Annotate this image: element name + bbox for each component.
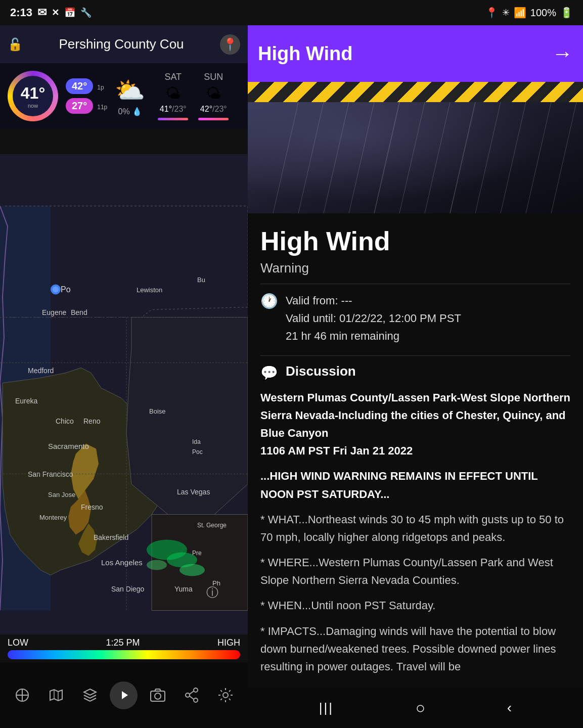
svg-text:Ida: Ida (192, 438, 201, 445)
battery-percent: 100% (530, 7, 556, 19)
chat-icon: 💬 (260, 365, 278, 381)
alert-event-title: High Wind (260, 226, 570, 256)
high-label: HIGH (217, 638, 240, 648)
divider-2 (260, 355, 570, 356)
sat-bar (158, 118, 188, 120)
discussion-section: 💬 Discussion (260, 363, 570, 381)
svg-line-52 (273, 102, 298, 213)
calendar-icon: 📅 (64, 7, 75, 18)
svg-text:San Jose: San Jose (48, 491, 75, 498)
svg-point-48 (194, 698, 198, 702)
bluetooth-icon: ✳ (502, 7, 510, 18)
svg-text:Sacramento: Sacramento (48, 442, 89, 450)
alert-content: High Wind Warning 🕐 Valid from: --- Vali… (248, 213, 583, 693)
svg-text:Bu: Bu (197, 276, 205, 284)
para5: * IMPACTS...Damaging winds will have the… (260, 622, 570, 676)
svg-line-49 (190, 691, 194, 694)
status-bar: 2:13 ✉ ✕ 📅 🔧 📍 ✳ 📶 100% 🔋 (0, 0, 583, 25)
svg-point-45 (155, 693, 161, 699)
battery-icon: 🔋 (560, 7, 573, 19)
svg-line-50 (190, 696, 194, 699)
svg-text:St. George: St. George (197, 522, 227, 529)
high-time-label: 1p (97, 84, 104, 91)
android-nav: ||| ○ ‹ (248, 688, 583, 728)
svg-text:Eugene: Eugene (42, 308, 66, 316)
alert-type: Warning (260, 260, 570, 276)
svg-text:San Diego: San Diego (111, 585, 145, 593)
share-button[interactable] (178, 681, 206, 709)
status-left: 2:13 ✉ ✕ 📅 🔧 (10, 6, 92, 19)
signal-icon: 📶 (514, 7, 526, 19)
time-label: 1:25 PM (106, 638, 140, 648)
alert-banner[interactable]: High Wind → (248, 25, 583, 82)
low-temp-badge: 27° (66, 98, 93, 114)
svg-line-56 (374, 102, 399, 213)
camera-button[interactable] (144, 681, 172, 709)
svg-text:Boise: Boise (149, 407, 166, 415)
svg-point-47 (186, 693, 190, 697)
current-weather: 41° now 42° 1p 27° 11p ⛅ 0% 💧 SAT � (0, 63, 248, 129)
svg-text:Los Angeles: Los Angeles (101, 558, 143, 567)
play-button[interactable] (110, 681, 138, 709)
weather-header: 🔓 Pershing County Cou 📍 (0, 25, 248, 63)
sun-cloud-icon: ⛅ (115, 76, 145, 105)
back-button[interactable]: ‹ (507, 700, 512, 716)
svg-text:Bakersfield: Bakersfield (94, 533, 128, 541)
svg-line-58 (425, 102, 450, 213)
clock-icon: 🕐 (260, 293, 278, 309)
low-time-label: 11p (97, 104, 107, 111)
recent-apps-button[interactable]: ||| (319, 700, 334, 716)
map-area[interactable]: Po Eugene Bend Medford Eureka Chico Reno… (0, 154, 248, 662)
svg-marker-43 (122, 691, 128, 699)
precip-label: 0% 💧 (118, 107, 142, 116)
svg-point-51 (223, 693, 228, 698)
crosshair-button[interactable] (8, 681, 36, 709)
svg-line-62 (526, 102, 551, 213)
discussion-body: Western Plumas County/Lassen Park-West S… (260, 389, 570, 676)
para1: ...HIGH WIND WARNING REMAINS IN EFFECT U… (260, 467, 570, 503)
wrench-icon: 🔧 (80, 7, 92, 18)
svg-text:Poc: Poc (192, 448, 203, 456)
layers-button[interactable] (76, 681, 104, 709)
svg-text:Reno: Reno (83, 417, 101, 425)
temp-inner: 41° now (13, 76, 53, 116)
right-panel[interactable]: High Wind → High Wind Wa (248, 25, 583, 728)
sat-temps: 41°/23° (160, 105, 187, 114)
svg-text:Lewiston: Lewiston (137, 286, 162, 294)
discussion-heading: Discussion (286, 363, 356, 379)
settings-button[interactable] (212, 681, 240, 709)
location-icon: 📍 (485, 7, 498, 19)
home-button[interactable]: ○ (416, 699, 425, 717)
valid-section: 🕐 Valid from: --- Valid until: 01/22/22,… (260, 292, 570, 345)
alert-arrow-icon: → (552, 41, 573, 66)
pin-button[interactable]: 📍 (220, 34, 240, 55)
high-temp-badge: 42° (66, 78, 93, 94)
color-bar-container: LOW 1:25 PM HIGH (0, 634, 248, 662)
svg-text:Yuma: Yuma (174, 585, 193, 593)
forecast-sat: SAT 🌤 41°/23° (158, 72, 188, 120)
svg-text:ⓘ: ⓘ (206, 585, 218, 599)
svg-point-46 (194, 688, 198, 692)
email-icon: ✉ (37, 6, 47, 19)
low-label: LOW (8, 638, 28, 648)
high-low-col: 42° 1p 27° 11p (66, 78, 107, 114)
current-icon-col: ⛅ 0% 💧 (115, 76, 145, 116)
svg-text:Fresno: Fresno (81, 503, 103, 511)
svg-line-57 (399, 102, 425, 213)
discussion-area: Western Plumas County/Lassen Park-West S… (260, 389, 570, 460)
rain-svg (248, 102, 583, 213)
svg-text:Bend: Bend (71, 308, 87, 316)
para3: * WHERE...Western Plumas County/Lassen P… (260, 554, 570, 589)
svg-point-5 (147, 560, 167, 570)
storm-image (248, 102, 583, 213)
status-right: 📍 ✳ 📶 100% 🔋 (485, 7, 573, 19)
svg-text:Monterey: Monterey (39, 514, 67, 521)
sun-temps: 42°/23° (200, 105, 227, 114)
lock-icon: 🔓 (8, 37, 23, 52)
svg-text:Pre: Pre (192, 550, 202, 557)
svg-line-54 (324, 102, 349, 213)
svg-line-63 (551, 102, 576, 213)
map-button[interactable] (42, 681, 70, 709)
hazard-stripe (248, 82, 583, 102)
divider-1 (260, 284, 570, 284)
